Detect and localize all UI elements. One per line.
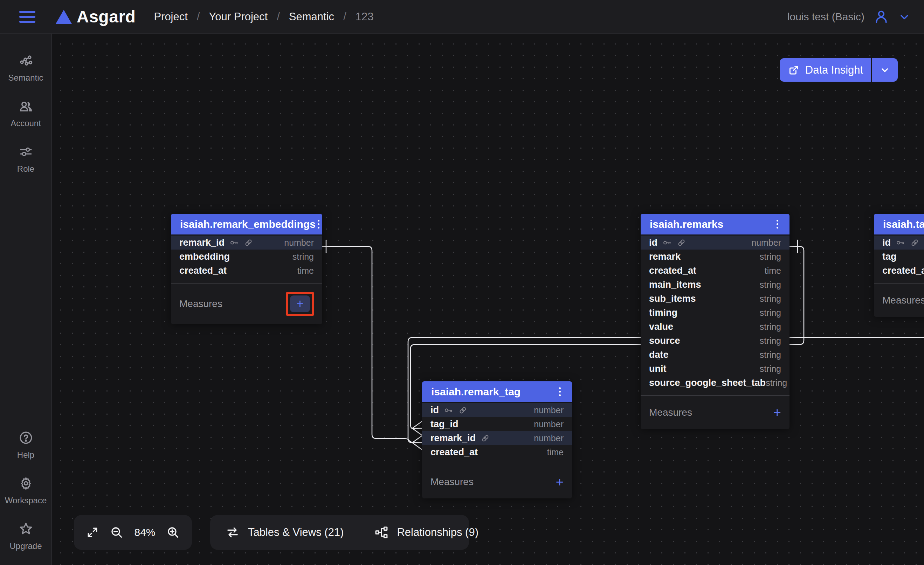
- field-row-unit[interactable]: unitstring: [640, 362, 789, 376]
- field-row-value[interactable]: valuestring: [640, 320, 789, 334]
- relationships-count[interactable]: Relationships (9): [397, 526, 478, 539]
- field-name: main_items: [649, 279, 701, 290]
- table-card-remarks[interactable]: isaiah.remarks idnumberremarkstringcreat…: [640, 214, 789, 429]
- zoom-out-icon[interactable]: [110, 525, 124, 539]
- user-avatar-icon[interactable]: [873, 9, 889, 24]
- add-measure-button[interactable]: +: [773, 406, 781, 419]
- add-measure-button[interactable]: +: [290, 296, 310, 312]
- field-row-created_at[interactable]: created_attime: [640, 264, 789, 278]
- sliders-icon: [19, 144, 33, 161]
- sidebar-label: Workspace: [5, 496, 47, 505]
- tables-views-count[interactable]: Tables & Views (21): [248, 526, 344, 539]
- help-icon: [19, 430, 33, 446]
- field-type: string: [760, 252, 781, 262]
- field-row-timing[interactable]: timingstring: [640, 306, 789, 320]
- field-name: id: [882, 237, 891, 248]
- measures-section: Measures +: [422, 465, 572, 498]
- field-name: source: [649, 335, 680, 346]
- field-row-remark_id[interactable]: remark_idnumber: [171, 236, 322, 249]
- user-menu-chevron-icon[interactable]: [898, 11, 911, 23]
- measures-section: Measures +: [640, 395, 789, 429]
- field-row-source[interactable]: sourcestring: [640, 334, 789, 348]
- menu-icon[interactable]: [19, 11, 35, 23]
- zoom-in-icon[interactable]: [166, 525, 180, 539]
- field-type: time: [547, 447, 564, 457]
- fit-view-icon[interactable]: [86, 526, 99, 539]
- data-insight-main[interactable]: Data Insight: [780, 58, 871, 82]
- tables-views-icon: [226, 525, 240, 539]
- star-icon: [19, 521, 33, 538]
- field-row-created_at[interactable]: created_attime: [422, 445, 572, 459]
- field-type: string: [760, 336, 781, 346]
- field-name: source_google_sheet_tab: [649, 377, 766, 388]
- field-list: idnumbertag_idnumberremark_idnumbercreat…: [422, 403, 572, 459]
- field-name: created_at: [179, 265, 226, 276]
- breadcrumb-separator: /: [197, 11, 200, 23]
- table-header[interactable]: isaiah.tags: [874, 214, 924, 236]
- field-row-created_at[interactable]: created_attime: [171, 264, 322, 278]
- measures-section: Measures: [874, 283, 924, 317]
- field-list: idtagcreated_at: [874, 236, 924, 278]
- table-card-tags[interactable]: isaiah.tags idtagcreated_at Measures: [874, 214, 924, 317]
- data-insight-dropdown[interactable]: [872, 58, 898, 82]
- field-row-remark_id[interactable]: remark_idnumber: [422, 431, 572, 445]
- table-card-remark-tag[interactable]: isaiah.remark_tag idnumbertag_idnumberre…: [422, 381, 572, 498]
- field-row-tag[interactable]: tag: [874, 249, 924, 264]
- field-name: created_at: [649, 265, 696, 276]
- sidebar-item-semantic[interactable]: Semantic: [0, 53, 51, 83]
- field-row-id[interactable]: idnumber: [422, 403, 572, 417]
- kebab-menu-icon[interactable]: [557, 385, 563, 398]
- breadcrumb-current: 123: [356, 11, 374, 23]
- sidebar-item-workspace[interactable]: Workspace: [0, 476, 51, 505]
- people-icon: [19, 99, 33, 115]
- field-row-date[interactable]: datestring: [640, 348, 789, 362]
- field-type: string: [760, 294, 781, 304]
- primary-key-icon: [444, 406, 453, 415]
- sidebar-label: Upgrade: [9, 541, 42, 551]
- field-row-tag_id[interactable]: tag_idnumber: [422, 417, 572, 431]
- data-insight-button[interactable]: Data Insight: [780, 58, 898, 82]
- add-measure-button[interactable]: +: [556, 475, 564, 488]
- app-name: Asgard: [77, 7, 135, 26]
- sidebar-item-upgrade[interactable]: Upgrade: [0, 521, 51, 551]
- app-header: Asgard Project / Your Project / Semantic…: [0, 0, 924, 34]
- field-name: timing: [649, 307, 677, 318]
- app-logo-icon: [56, 10, 72, 24]
- sidebar-label: Role: [17, 164, 34, 174]
- breadcrumb-separator: /: [277, 11, 280, 23]
- kebab-menu-icon[interactable]: [316, 218, 321, 231]
- field-name: id: [430, 405, 439, 416]
- field-row-created_at[interactable]: created_at: [874, 264, 924, 278]
- table-header[interactable]: isaiah.remark_tag: [422, 381, 572, 403]
- relationship-link-icon: [458, 406, 468, 415]
- measures-label: Measures: [649, 407, 692, 418]
- sidebar-item-help[interactable]: Help: [0, 430, 51, 460]
- primary-key-icon: [662, 238, 672, 248]
- field-row-embedding[interactable]: embeddingstring: [171, 249, 322, 264]
- breadcrumb-your-project[interactable]: Your Project: [209, 11, 268, 23]
- field-type: number: [752, 237, 781, 248]
- breadcrumb-project[interactable]: Project: [154, 11, 188, 23]
- field-row-sub_items[interactable]: sub_itemsstring: [640, 292, 789, 306]
- zoom-controls: 84%: [74, 515, 192, 550]
- field-row-id[interactable]: id: [874, 236, 924, 249]
- table-header[interactable]: isaiah.remark_embeddings: [171, 214, 322, 236]
- breadcrumb-semantic[interactable]: Semantic: [289, 11, 334, 23]
- table-title: isaiah.remark_tag: [431, 386, 520, 398]
- field-type: time: [297, 266, 314, 276]
- sidebar-item-role[interactable]: Role: [0, 144, 51, 174]
- field-type: string: [292, 252, 314, 262]
- table-header[interactable]: isaiah.remarks: [640, 214, 789, 236]
- relationships-icon: [374, 525, 388, 539]
- field-name: id: [649, 237, 657, 248]
- field-list: remark_idnumberembeddingstringcreated_at…: [171, 236, 322, 278]
- relationship-link-icon: [481, 434, 490, 443]
- field-row-remark[interactable]: remarkstring: [640, 249, 789, 264]
- field-row-source_google_sheet_tab[interactable]: source_google_sheet_tabstring: [640, 376, 789, 390]
- kebab-menu-icon[interactable]: [774, 218, 780, 231]
- field-row-main_items[interactable]: main_itemsstring: [640, 278, 789, 292]
- field-list: idnumberremarkstringcreated_attimemain_i…: [640, 236, 789, 390]
- sidebar-item-account[interactable]: Account: [0, 99, 51, 128]
- field-row-id[interactable]: idnumber: [640, 236, 789, 249]
- table-card-remark-embeddings[interactable]: isaiah.remark_embeddings remark_idnumber…: [171, 214, 322, 324]
